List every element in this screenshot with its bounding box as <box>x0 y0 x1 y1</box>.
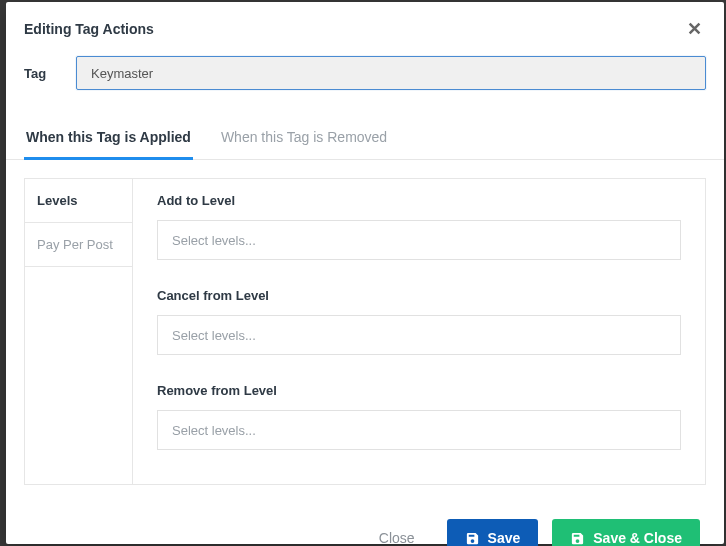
save-button[interactable]: Save <box>447 519 539 546</box>
tab-applied[interactable]: When this Tag is Applied <box>24 117 193 160</box>
tag-label: Tag <box>24 66 58 81</box>
main-panel: Add to Level Select levels... Cancel fro… <box>132 178 706 485</box>
tag-name-input[interactable] <box>76 56 706 90</box>
remove-from-level-select[interactable]: Select levels... <box>157 410 681 450</box>
save-close-icon <box>570 531 585 546</box>
modal-footer: Close Save Save & Close <box>6 503 724 546</box>
cancel-from-level-select[interactable]: Select levels... <box>157 315 681 355</box>
save-close-button[interactable]: Save & Close <box>552 519 700 546</box>
add-to-level-select[interactable]: Select levels... <box>157 220 681 260</box>
cancel-from-level-placeholder: Select levels... <box>172 328 256 343</box>
save-icon <box>465 531 480 546</box>
modal-header: Editing Tag Actions ✕ <box>6 2 724 46</box>
tabs: When this Tag is Applied When this Tag i… <box>6 116 724 160</box>
field-add-to-level: Add to Level Select levels... <box>157 193 681 260</box>
add-to-level-label: Add to Level <box>157 193 681 208</box>
edit-tag-actions-modal: Editing Tag Actions ✕ Tag When this Tag … <box>6 2 724 544</box>
field-cancel-from-level: Cancel from Level Select levels... <box>157 288 681 355</box>
sidebar-item-levels[interactable]: Levels <box>25 179 132 223</box>
cancel-from-level-label: Cancel from Level <box>157 288 681 303</box>
close-button[interactable]: Close <box>361 519 433 546</box>
save-close-button-label: Save & Close <box>593 530 682 546</box>
modal-title: Editing Tag Actions <box>24 21 154 37</box>
side-panel: Levels Pay Per Post <box>24 178 132 485</box>
modal-body: Levels Pay Per Post Add to Level Select … <box>6 160 724 503</box>
sidebar-item-payperpost[interactable]: Pay Per Post <box>25 223 132 267</box>
remove-from-level-label: Remove from Level <box>157 383 681 398</box>
save-button-label: Save <box>488 530 521 546</box>
add-to-level-placeholder: Select levels... <box>172 233 256 248</box>
field-remove-from-level: Remove from Level Select levels... <box>157 383 681 450</box>
tab-removed[interactable]: When this Tag is Removed <box>219 117 389 160</box>
close-button-label: Close <box>379 530 415 546</box>
tag-row: Tag <box>6 46 724 116</box>
remove-from-level-placeholder: Select levels... <box>172 423 256 438</box>
close-icon[interactable]: ✕ <box>683 18 706 40</box>
